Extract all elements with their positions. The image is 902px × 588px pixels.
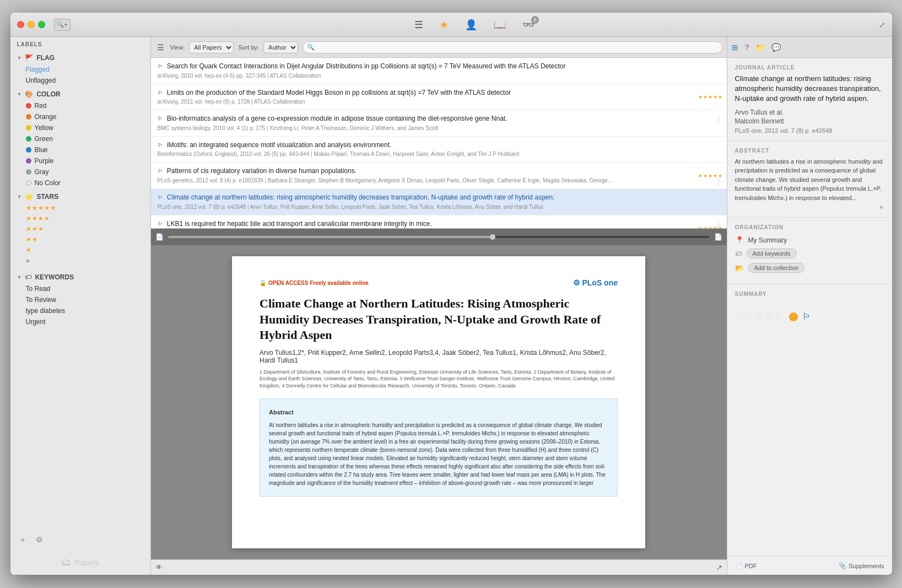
paper-menu-3[interactable]: ⋮ [715,115,722,123]
sidebar-item-4stars[interactable]: ★ ★ ★ ★ [10,213,150,224]
pdf-viewer[interactable]: 🔓 OPEN ACCESS Freely available online ⚙ … [151,245,727,559]
sidebar-item-3stars[interactable]: ★ ★ ★ [10,224,150,234]
pdf-button[interactable]: 📄 PDF [735,562,757,569]
keyword-to-read[interactable]: To Read [10,283,150,294]
right-panel: ⊞ ? 📁 💬 JOURNAL ARTICLE Climate change a… [727,37,892,575]
menu-icon[interactable]: ☰ [155,41,166,53]
expand-icon[interactable]: ⤢ [879,20,885,29]
add-keywords-row[interactable]: 🏷 Add keywords [735,249,884,258]
sidebar-item-green[interactable]: Green [10,133,150,144]
rating-star-2[interactable]: ☆ [745,311,753,322]
type-diabetes-label: type diabetes [26,307,65,315]
s2: ★ [703,94,707,100]
close-button[interactable] [17,21,24,28]
sidebar-item-5stars[interactable]: ★ ★ ★ ★ ★ [10,203,150,213]
paper-title-6: 🏳 Climate change at northern latitudes: … [158,193,705,202]
paper-menu-7[interactable]: ⋮ [715,220,722,229]
sidebar-item-orange[interactable]: Orange [10,111,150,122]
sidebar-footer: 🗂 Papers [10,550,150,575]
flag-section-header[interactable]: ▼ 🚩 FLAG [10,52,150,64]
pdf-progress-bar [168,236,493,238]
summary-label: Summary [735,291,884,297]
minimize-button[interactable] [28,21,35,28]
search-input[interactable] [303,41,722,53]
pdf-page-right-icon[interactable]: 📄 [714,233,722,241]
color-selector[interactable] [789,312,798,321]
sidebar-item-flagged[interactable]: Flagged [10,64,150,75]
eye-icon[interactable]: 👁 [155,563,163,571]
list-view-icon[interactable]: ☰ [414,19,423,31]
sidebar-item-1star[interactable]: ★ [10,245,150,255]
rating-star-5[interactable]: ☆ [775,311,782,322]
paper-title-5: 🏳 Patterns of cis regulatory variation i… [158,167,705,176]
papers-logo-icon: 🗂 [61,557,71,568]
add-keywords-button[interactable]: Add keywords [747,249,797,258]
color-section: ▼ 🎨 COLOR Red Orange Yellow [10,88,150,188]
paper-item-5[interactable]: 🏳 Patterns of cis regulatory variation i… [151,163,727,189]
folder-icon[interactable]: 📁 [755,43,765,52]
paper-menu-5[interactable]: ⋮ [715,177,722,186]
collection-icon: 📂 [735,264,744,272]
sortby-select[interactable]: Author [263,41,298,53]
traffic-lights [17,21,45,28]
chat-icon[interactable]: 💬 [771,43,781,52]
starred-icon[interactable]: ★ [440,19,449,31]
sidebar: LABELS ▼ 🚩 FLAG Flagged Unflagged [10,37,151,575]
flag-section-title: FLAG [36,54,55,62]
help-icon[interactable]: ? [745,43,749,52]
rating-star-3[interactable]: ☆ [755,311,763,322]
main-window: 🔍+ ☰ ★ 👤 📖 👓 8 ⤢ LABELS ▼ 🚩 [10,13,892,575]
pdf-progress [168,236,710,238]
sidebar-item-red[interactable]: Red [10,100,150,111]
sidebar-item-yellow[interactable]: Yellow [10,122,150,133]
add-collection-button[interactable]: Add to collection [748,263,805,273]
add-collection-row[interactable]: 📂 Add to collection [735,263,884,273]
glasses-icon[interactable]: 👓 8 [522,19,534,31]
paper-item-2[interactable]: 🏳 Limits on the production of the Standa… [151,84,727,111]
stars-section-header[interactable]: ▼ ⭐ STARS [10,191,150,203]
keywords-section-header[interactable]: ▼ 🏷 KEYWORDS [10,271,150,283]
keyword-type-diabetes[interactable]: type diabetes [10,305,150,316]
s3: ★ [708,94,712,100]
search-add-button[interactable]: 🔍+ [54,19,71,31]
3-stars-row: ★ ★ ★ [26,225,44,233]
view-label: View: [170,44,185,51]
paper-flag-1: 🏳 [158,63,163,69]
keyword-urgent[interactable]: Urgent [10,316,150,327]
paper-item-7[interactable]: 🏳 LKB1 is required for hepatic bile acid… [151,215,727,229]
pdf-page-left-icon[interactable]: 📄 [155,233,164,241]
sidebar-item-2stars[interactable]: ★ ★ [10,234,150,245]
sidebar-item-nostar[interactable]: × [10,255,150,267]
book-icon[interactable]: 📖 [494,19,506,31]
paper-item-3[interactable]: 🏳 Bio-informatics analysis of a gene co-… [151,110,727,137]
maximize-button[interactable] [38,21,45,28]
keyword-to-review[interactable]: To Review [10,294,150,305]
paper-item-4[interactable]: 🏳 iMotifs: an integrated sequence motif … [151,137,727,163]
view-select[interactable]: All Papers [189,41,234,53]
person-icon[interactable]: 👤 [465,19,477,31]
paper-item-1[interactable]: 🏳 Search for Quark Contact Interactions … [151,58,727,84]
color-section-header[interactable]: ▼ 🎨 COLOR [10,88,150,100]
pdf-progress-handle[interactable] [490,234,495,240]
expand-abstract-icon[interactable]: ▼ [879,204,884,211]
star1: ★ [26,236,31,243]
sidebar-item-unflagged[interactable]: Unflagged [10,75,150,86]
supplements-button[interactable]: 📎 Supplements [839,562,884,569]
paper-list: 🏳 Search for Quark Contact Interactions … [151,58,727,229]
info-icon[interactable]: ⊞ [732,43,738,52]
paper-meta-3: BMC systems biology, 2010 vol. 4 (1) p. … [158,125,705,132]
sidebar-item-blue[interactable]: Blue [10,144,150,155]
add-button[interactable]: + [17,533,29,546]
stars-section-title: STARS [36,193,58,201]
sidebar-item-gray[interactable]: Gray [10,166,150,177]
sidebar-item-nocolor[interactable]: No Color [10,177,150,188]
rating-star-1[interactable]: ☆ [735,311,743,322]
settings-icon[interactable]: ⚙ [34,533,46,546]
sidebar-item-purple[interactable]: Purple [10,155,150,166]
flag-selector[interactable]: 🏳 [802,312,811,322]
my-summary-row[interactable]: 📍 My Summary [735,236,884,244]
paper-item-6[interactable]: 🏳 Climate change at northern latitudes: … [151,189,727,215]
star3: ★ [38,204,44,212]
rating-star-4[interactable]: ☆ [765,311,773,322]
share-icon[interactable]: ↗ [716,563,722,571]
